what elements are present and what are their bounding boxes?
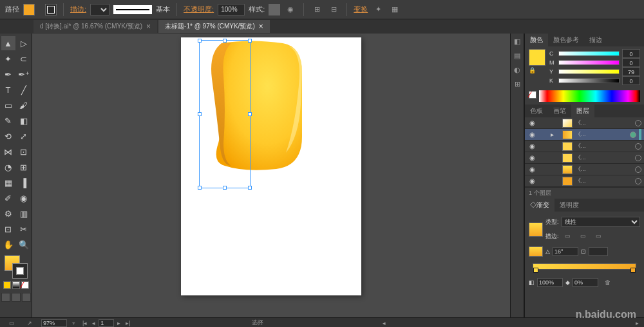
magenta-slider[interactable] bbox=[558, 60, 620, 65]
close-icon[interactable]: × bbox=[259, 22, 263, 31]
artboard[interactable] bbox=[181, 37, 361, 295]
yellow-value[interactable]: 79 bbox=[622, 67, 640, 76]
stroke-color[interactable] bbox=[12, 263, 28, 279]
tab-doc-1[interactable]: d [转换].ai* @ 16.67% (CMYK/预览)× bbox=[33, 20, 157, 33]
normal-screen[interactable] bbox=[1, 293, 10, 302]
recolor-icon[interactable]: ◉ bbox=[284, 3, 297, 16]
cyan-slider[interactable] bbox=[558, 51, 620, 56]
stroke-link[interactable]: 描边: bbox=[70, 5, 86, 14]
layer-item[interactable]: ◉《... bbox=[525, 175, 644, 187]
visibility-icon[interactable]: ◉ bbox=[527, 131, 536, 138]
layer-item[interactable]: ◉《... bbox=[525, 141, 644, 152]
stroke-grad-icon[interactable]: ▭ bbox=[592, 230, 605, 243]
stop-location-input[interactable] bbox=[573, 278, 598, 287]
transform-link[interactable]: 变换 bbox=[354, 5, 368, 14]
full-screen[interactable] bbox=[22, 293, 31, 302]
stroke-width-select[interactable] bbox=[90, 4, 109, 15]
layer-item[interactable]: ◉▸《... bbox=[525, 129, 644, 141]
visibility-icon[interactable]: ◉ bbox=[527, 143, 536, 150]
collapsed-panel-icon[interactable]: ◐ bbox=[511, 63, 524, 76]
none-mode[interactable]: ⁄ bbox=[21, 281, 29, 289]
stroke-grad-icon[interactable]: ▭ bbox=[562, 230, 574, 243]
canvas[interactable] bbox=[32, 34, 510, 317]
visibility-icon[interactable]: ◉ bbox=[527, 154, 536, 161]
status-icon[interactable]: ▭ bbox=[5, 317, 18, 328]
opacity-input[interactable] bbox=[218, 4, 245, 15]
line-tool[interactable]: ╱ bbox=[17, 83, 31, 97]
eraser-tool[interactable]: ◧ bbox=[17, 114, 31, 128]
target-icon[interactable] bbox=[635, 155, 641, 161]
column-graph-tool[interactable]: ▥ bbox=[17, 206, 31, 221]
tab-color-guide[interactable]: 颜色参考 bbox=[548, 34, 584, 46]
target-icon[interactable] bbox=[635, 120, 641, 126]
lock-icon[interactable]: 🔒 bbox=[529, 67, 545, 74]
slice-tool[interactable]: ✂ bbox=[17, 222, 31, 236]
visibility-icon[interactable]: ◉ bbox=[527, 119, 536, 126]
pen-tool[interactable]: ✒ bbox=[1, 67, 15, 81]
tab-transparency[interactable]: 透明度 bbox=[554, 199, 584, 212]
prev-artboard[interactable]: ◂ bbox=[90, 320, 97, 326]
eyedropper-tool[interactable]: ✐ bbox=[1, 191, 15, 205]
visibility-icon[interactable]: ◉ bbox=[527, 177, 536, 184]
gradient-swatch[interactable] bbox=[529, 223, 543, 237]
color-mode[interactable] bbox=[3, 281, 11, 289]
gradient-mode[interactable] bbox=[12, 281, 20, 289]
target-icon[interactable] bbox=[630, 132, 636, 138]
rectangle-tool[interactable]: ▭ bbox=[1, 98, 15, 112]
stroke-grad-icon[interactable]: ▭ bbox=[577, 230, 590, 243]
aspect-input[interactable] bbox=[589, 247, 608, 256]
shape-builder-tool[interactable]: ◔ bbox=[1, 160, 15, 174]
tab-swatches[interactable]: 色板 bbox=[525, 104, 548, 117]
scroll-right[interactable]: ▸ bbox=[636, 320, 639, 326]
align-icon[interactable]: ⊞ bbox=[310, 3, 323, 16]
color-fill-swatch[interactable] bbox=[529, 49, 545, 66]
selection-tool[interactable]: ▲ bbox=[1, 36, 15, 50]
tab-brushes[interactable]: 画笔 bbox=[548, 104, 571, 117]
selection-bounds[interactable] bbox=[199, 40, 251, 188]
artboard-input[interactable] bbox=[99, 319, 114, 327]
isolate-icon[interactable]: ✦ bbox=[372, 3, 384, 16]
opacity-link[interactable]: 不透明度: bbox=[184, 5, 214, 14]
pencil-tool[interactable]: ✎ bbox=[1, 114, 15, 128]
type-tool[interactable]: T bbox=[1, 83, 15, 97]
tab-layers[interactable]: 图层 bbox=[571, 104, 594, 117]
gradient-tool[interactable]: ▐ bbox=[17, 175, 31, 190]
gradient-fill-swatch[interactable] bbox=[529, 246, 543, 257]
none-color-icon[interactable]: ⁄ bbox=[529, 91, 536, 99]
add-anchor-tool[interactable]: ✒⁺ bbox=[17, 67, 31, 81]
align2-icon[interactable]: ⊟ bbox=[327, 3, 340, 16]
lasso-tool[interactable]: ⊂ bbox=[17, 52, 31, 66]
artboard-tool[interactable]: ⊡ bbox=[1, 222, 15, 236]
style-swatch[interactable] bbox=[269, 4, 280, 15]
layer-item[interactable]: ◉《... bbox=[525, 164, 644, 175]
tab-gradient[interactable]: ◇渐变 bbox=[525, 199, 554, 212]
scale-tool[interactable]: ⤢ bbox=[17, 129, 31, 143]
collapsed-panel-icon[interactable]: ▤ bbox=[511, 49, 524, 62]
black-value[interactable]: 0 bbox=[622, 76, 640, 85]
direct-selection-tool[interactable]: ▷ bbox=[17, 36, 31, 50]
target-icon[interactable] bbox=[635, 143, 641, 150]
layer-item[interactable]: ◉《... bbox=[525, 117, 644, 129]
fill-stroke-control[interactable] bbox=[5, 255, 28, 279]
last-artboard[interactable]: ▸| bbox=[124, 320, 132, 326]
delete-stop-icon[interactable]: 🗑 bbox=[601, 276, 614, 289]
width-tool[interactable]: ⋈ bbox=[1, 144, 15, 159]
layer-item[interactable]: ◉《... bbox=[525, 152, 644, 164]
free-transform-tool[interactable]: ⊡ bbox=[17, 144, 31, 159]
first-artboard[interactable]: |◂ bbox=[80, 320, 89, 326]
color-spectrum[interactable] bbox=[539, 90, 640, 102]
paintbrush-tool[interactable]: 🖌 bbox=[17, 98, 31, 112]
zoom-tool[interactable]: 🔍 bbox=[17, 237, 31, 252]
tab-color[interactable]: 颜色 bbox=[525, 34, 548, 46]
tab-doc-2[interactable]: 未标题-1* @ 97% (CMYK/预览)× bbox=[158, 20, 270, 33]
target-icon[interactable] bbox=[635, 166, 641, 173]
full-screen-menu[interactable] bbox=[12, 293, 21, 302]
yellow-slider[interactable] bbox=[558, 69, 620, 74]
gradient-ramp[interactable] bbox=[533, 263, 636, 270]
black-slider[interactable] bbox=[558, 78, 620, 83]
magic-wand-tool[interactable]: ✦ bbox=[1, 52, 15, 66]
hand-tool[interactable]: ✋ bbox=[1, 237, 15, 252]
close-icon[interactable]: × bbox=[146, 22, 151, 31]
blend-tool[interactable]: ◉ bbox=[17, 191, 31, 205]
target-icon[interactable] bbox=[635, 178, 641, 184]
